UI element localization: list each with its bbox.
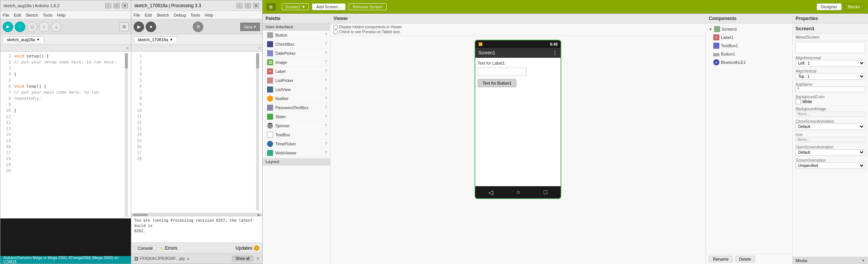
proc-stop-btn[interactable]: ■ xyxy=(146,22,156,32)
comp-row-button1[interactable]: Button1 xyxy=(707,50,791,58)
proc-menu-sketch[interactable]: Sketch xyxy=(157,13,169,17)
prop-bgimage-input[interactable] xyxy=(796,111,865,117)
arduino-code-content[interactable]: void setup() { // put your setup code he… xyxy=(14,53,125,217)
arduino-save-btn[interactable]: ↓ xyxy=(51,22,61,32)
proc-code-content[interactable] xyxy=(145,53,256,210)
phone-back-btn[interactable]: ◁ xyxy=(489,189,493,196)
proc-scrollbar-x[interactable]: ▶ xyxy=(131,213,262,216)
proc-close-btn[interactable]: ✕ xyxy=(253,3,259,8)
phone-home-btn[interactable]: ○ xyxy=(516,189,520,196)
palette-item-spinner[interactable]: Spinner ? xyxy=(263,121,330,130)
palette-item-listpicker[interactable]: ListPicker ? xyxy=(263,76,330,85)
prop-icon-input[interactable] xyxy=(796,137,865,142)
proc-updates-item[interactable]: Updates ! xyxy=(235,245,259,251)
prop-align-v-select[interactable]: Top : 1 Center : 2 Bottom : 3 xyxy=(796,73,865,80)
proc-menu-edit[interactable]: Edit xyxy=(145,13,152,17)
proc-file-arrow[interactable]: ▲ xyxy=(186,256,190,261)
proc-mode-btn[interactable]: Java ▼ xyxy=(240,23,260,31)
palette-item-slider[interactable]: Slider ? xyxy=(263,112,330,121)
proc-file-item[interactable]: 🖼 F93QKACJPR3K0AF....jpg ▲ xyxy=(134,256,190,261)
palette-image-label: Image xyxy=(275,60,323,65)
media-section[interactable]: Media ▼ xyxy=(793,257,868,264)
arduino-verify-btn[interactable]: ▶ xyxy=(3,22,13,32)
proc-file-close[interactable]: ✕ xyxy=(256,256,259,261)
arduino-menu-tools[interactable]: Tools xyxy=(43,13,52,17)
comp-row-screen1[interactable]: ▼ Screen1 xyxy=(707,25,791,33)
arduino-minimize-btn[interactable]: − xyxy=(105,3,111,8)
palette-item-webviewer[interactable]: WebViewer ? xyxy=(263,148,330,157)
ai-add-screen-btn[interactable]: Add Screen... xyxy=(312,3,346,10)
phone-textbox1[interactable] xyxy=(478,68,527,76)
proc-menu-debug[interactable]: Debug xyxy=(174,13,186,17)
proc-scrollbar-y[interactable] xyxy=(256,53,259,210)
ai-blocks-btn[interactable]: Blocks xyxy=(844,3,864,10)
palette-ui-section[interactable]: User Interface xyxy=(263,23,330,31)
prop-bgcolor-row[interactable]: White xyxy=(796,99,865,104)
phone-recents-btn[interactable]: □ xyxy=(544,189,547,196)
arduino-maximize-btn[interactable]: □ xyxy=(114,3,120,8)
comp-expand-screen1[interactable]: ▼ xyxy=(709,27,713,31)
arduino-serial-btn[interactable]: ⊡ xyxy=(120,22,129,31)
arduino-new-btn[interactable]: □ xyxy=(27,22,37,32)
palette-item-textbox[interactable]: TextBox ? xyxy=(263,130,330,139)
prop-about-textarea[interactable] xyxy=(796,42,865,53)
viewer-hidden-checkbox[interactable] xyxy=(333,25,338,29)
proc-minimize-btn[interactable]: − xyxy=(237,3,243,8)
proc-console-tab[interactable]: Console xyxy=(134,245,156,251)
proc-menu-file[interactable]: File xyxy=(134,13,140,17)
comp-delete-btn[interactable]: Delete xyxy=(735,256,756,262)
proc-tab-arrow[interactable]: ▼ xyxy=(170,38,173,42)
arduino-upload-btn[interactable]: → xyxy=(15,22,25,32)
prop-closescreen-select[interactable]: Default xyxy=(796,124,865,130)
arduino-menu-file[interactable]: File xyxy=(3,13,9,17)
arduino-close-btn[interactable]: ✕ xyxy=(122,3,128,8)
notifier-icon xyxy=(267,96,273,102)
palette-item-checkbox[interactable]: CheckBox ? xyxy=(263,40,330,49)
phone-button1[interactable]: Text for Button1 xyxy=(478,79,516,87)
proc-mode-arrow: ▼ xyxy=(253,25,257,29)
palette-checkbox-label: CheckBox xyxy=(275,42,323,46)
comp-rename-btn[interactable]: Rename xyxy=(709,256,733,262)
proc-menu-help[interactable]: Help xyxy=(204,13,213,17)
ai-designer-btn[interactable]: Designer xyxy=(817,3,842,10)
prop-align-v-label: AlignVertical xyxy=(796,69,865,73)
palette-item-passwordtextbox[interactable]: PasswordTextBox ? xyxy=(263,103,330,112)
proc-menu-tools[interactable]: Tools xyxy=(190,13,200,17)
proc-run-btn[interactable]: ▶ xyxy=(134,22,144,32)
proc-tab-sketch[interactable]: sketch_170818a ▼ xyxy=(134,36,177,43)
viewer-tablet-checkbox[interactable] xyxy=(333,30,338,34)
palette-item-notifier[interactable]: Notifier ? xyxy=(263,94,330,103)
arduino-tab-dropdown[interactable]: ▼ xyxy=(37,38,40,42)
palette-item-datepicker[interactable]: DatePicker ? xyxy=(263,49,330,58)
proc-maximize-btn[interactable]: □ xyxy=(245,3,251,8)
prop-appname-input[interactable] xyxy=(796,86,865,92)
ai-remove-screen-btn[interactable]: Remove Screen xyxy=(349,3,387,10)
arduino-scrollbar[interactable] xyxy=(125,53,128,217)
arduino-tab-sketch[interactable]: sketch_aug18a ▼ xyxy=(3,36,44,43)
comp-row-textbox1[interactable]: TextBox1 xyxy=(707,42,791,50)
palette-item-listview[interactable]: ListView ? xyxy=(263,85,330,94)
ai-screen1-btn[interactable]: Screen1 ▼ xyxy=(282,3,309,10)
palette-item-label[interactable]: A Label ? xyxy=(263,67,330,76)
arduino-open-btn[interactable]: ↑ xyxy=(39,22,49,32)
proc-errors-item[interactable]: ⚠ Errors xyxy=(159,245,177,251)
palette-item-button[interactable]: Button ? xyxy=(263,31,330,40)
comp-row-bluetoothle1[interactable]: B BluetoothLE1 xyxy=(707,58,791,66)
arduino-menu-edit[interactable]: Edit xyxy=(14,13,21,17)
arduino-menu-help[interactable]: Help xyxy=(57,13,66,17)
show-all-button[interactable]: Show all xyxy=(232,256,253,261)
prop-openscreen-select[interactable]: Default xyxy=(796,149,865,156)
proc-show-all-btn[interactable]: Show all xyxy=(232,256,253,261)
comp-row-label1[interactable]: A Label1 xyxy=(707,33,791,42)
palette-checkbox-info: ? xyxy=(325,42,327,46)
palette-item-image[interactable]: 🖼 Image ? xyxy=(263,58,330,67)
ai-topbar: n Screen1 ▼ Add Screen... Remove Screen … xyxy=(263,0,868,14)
prop-orientation-select[interactable]: Unspecified Portrait Landscape xyxy=(796,162,865,169)
prop-align-h-select[interactable]: Left : 1 Center : 3 Right : 2 xyxy=(796,60,865,66)
proc-titlebar: sketch_170818a | Processing 3.3 − □ ✕ xyxy=(131,0,262,11)
palette-item-timepicker[interactable]: TimePicker ? xyxy=(263,139,330,148)
proc-console-area: You are running Processing revision 0257… xyxy=(131,216,262,242)
prop-icon-label: Icon xyxy=(796,133,865,137)
palette-layout-section[interactable]: Layout xyxy=(263,158,330,165)
arduino-menu-sketch[interactable]: Sketch xyxy=(26,13,38,17)
